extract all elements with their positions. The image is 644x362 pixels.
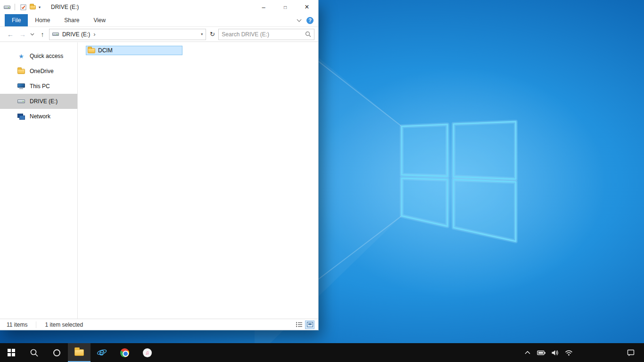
address-dropdown-icon[interactable]: ▾ [201,32,203,36]
drive-icon [52,33,59,36]
file-list: DCIM [78,42,318,319]
search-icon [30,348,39,357]
folder-icon [88,48,95,53]
tab-file[interactable]: File [5,14,28,26]
window-drive-icon [4,6,10,9]
sidebar-item-label: This PC [30,83,50,90]
file-explorer-icon [74,349,84,356]
status-bar: 11 items 1 item selected [0,319,318,330]
properties-icon[interactable] [19,3,27,11]
titlebar: ▾ DRIVE (E:) – □ × [0,0,318,14]
cortana-button[interactable] [45,343,68,362]
sidebar-item-this-pc[interactable]: This PC [0,79,77,94]
file-explorer-window: ▾ DRIVE (E:) – □ × File Home Share View … [0,0,318,330]
action-center-icon [627,349,635,356]
divider [15,4,15,10]
ribbon-collapse-icon[interactable] [297,17,302,22]
sidebar-item-label: DRIVE (E:) [30,98,58,105]
help-icon[interactable]: ? [306,17,314,24]
file-item-dcim[interactable]: DCIM [86,46,182,55]
sidebar-item-label: OneDrive [30,68,54,74]
battery-tray-button[interactable] [536,343,546,362]
address-bar[interactable]: DRIVE (E:) › ▾ [49,29,206,40]
sidebar-item-network[interactable]: Network [0,109,77,124]
file-explorer-taskbar-button[interactable] [68,343,91,362]
file-name: DCIM [98,47,113,54]
recent-locations-icon[interactable] [29,29,36,40]
details-view-icon[interactable] [294,321,304,329]
quick-access-star-icon [17,52,25,60]
cortana-icon [53,349,60,356]
divider [36,321,36,328]
this-pc-icon [17,83,25,89]
hidden-icons-button[interactable] [522,343,533,362]
search-box [218,29,314,40]
volume-tray-button[interactable] [550,343,560,362]
back-button[interactable]: ← [5,29,16,40]
close-button[interactable]: × [296,0,318,14]
internet-explorer-icon: e [96,347,107,358]
network-icon [17,114,25,120]
chrome-button[interactable] [113,343,136,362]
chevron-up-icon [524,350,531,355]
sidebar-item-quick-access[interactable]: Quick access [0,49,77,64]
svg-text:e: e [99,347,104,357]
itunes-button[interactable]: ♫ [136,343,158,362]
breadcrumb-chevron-icon[interactable]: › [93,31,95,38]
ribbon-tabs: File Home Share View ? [0,14,318,27]
quick-access-toolbar: ▾ [4,3,41,11]
tab-home[interactable]: Home [28,14,57,26]
taskbar: e ♫ [0,343,644,362]
drive-icon [17,99,25,103]
sidebar-item-onedrive[interactable]: OneDrive [0,64,77,79]
windows-start-icon [8,349,15,356]
network-tray-button[interactable] [563,343,574,362]
navigation-pane: Quick access OneDrive This PC DRIVE (E:)… [0,42,78,319]
itunes-icon: ♫ [143,348,152,357]
minimize-button[interactable]: – [253,0,274,14]
search-input[interactable] [222,31,305,38]
chrome-icon [120,348,129,357]
tab-share[interactable]: Share [57,14,86,26]
breadcrumb[interactable]: DRIVE (E:) [62,31,90,38]
new-folder-icon[interactable] [30,5,36,9]
status-selection: 1 item selected [45,321,83,328]
taskbar-search-button[interactable] [23,343,45,362]
customize-qat-dropdown-icon[interactable]: ▾ [39,5,41,9]
up-button[interactable]: ↑ [37,29,48,40]
window-title: DRIVE (E:) [51,4,79,10]
window-controls: – □ × [253,0,318,14]
speaker-icon [551,349,559,356]
navigation-bar: ← → ↑ DRIVE (E:) › ▾ ↻ [0,27,318,42]
tab-view[interactable]: View [86,14,113,26]
search-icon[interactable] [305,31,311,37]
large-icons-view-icon[interactable] [305,321,314,329]
screen: ▾ DRIVE (E:) – □ × File Home Share View … [0,0,644,362]
forward-button[interactable]: → [17,29,28,40]
system-tray [522,343,574,362]
onedrive-folder-icon [17,69,25,74]
sidebar-item-label: Quick access [30,53,63,59]
start-button[interactable] [0,343,23,362]
status-items-count: 11 items [7,321,27,328]
sidebar-item-drive-e[interactable]: DRIVE (E:) [0,94,77,109]
sidebar-item-label: Network [30,113,50,120]
battery-icon [537,349,546,356]
action-center-button[interactable] [621,343,640,362]
maximize-button[interactable]: □ [274,0,296,14]
internet-explorer-button[interactable]: e [91,343,113,362]
wifi-icon [565,349,573,356]
refresh-icon[interactable]: ↻ [207,29,217,40]
